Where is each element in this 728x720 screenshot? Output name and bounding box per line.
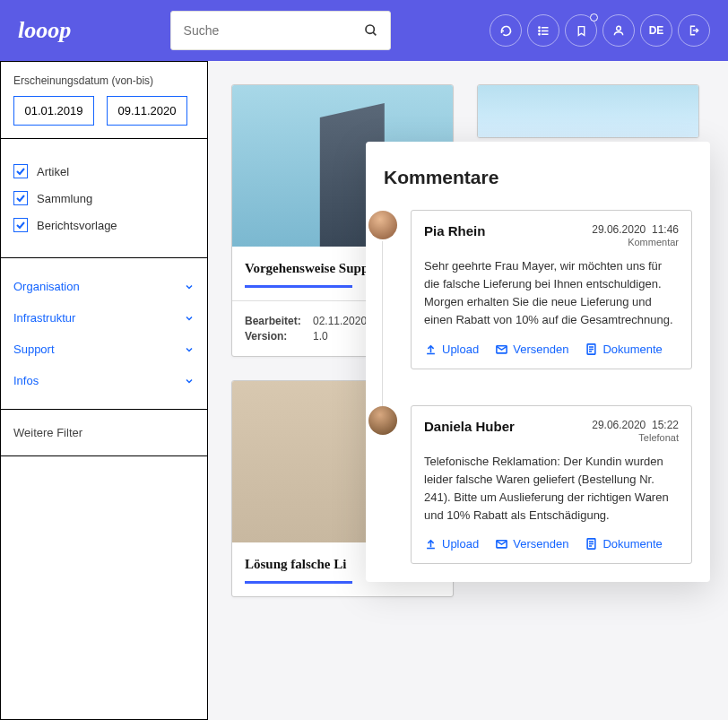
upload-button[interactable]: Upload	[424, 343, 479, 356]
logout-button[interactable]	[678, 14, 710, 47]
top-bar: looop DE	[0, 0, 728, 61]
date-section: Erscheinungsdatum (von-bis) 01.01.2019 0…	[1, 62, 207, 139]
check-label: Artikel	[37, 165, 69, 178]
check-artikel[interactable]: Artikel	[13, 164, 195, 178]
version-label: Version:	[245, 330, 306, 343]
logout-icon	[688, 24, 700, 37]
date-row: 01.01.2019 09.11.2020	[13, 96, 195, 126]
comment-timestamp: 29.06.2020 11:46 Kommentar	[592, 223, 679, 248]
check-label: Berichtsvorlage	[37, 219, 117, 232]
comment-time: 15:22	[652, 419, 679, 431]
filter-support[interactable]: Support	[13, 334, 195, 365]
send-button[interactable]: Versenden	[495, 343, 568, 356]
chevron-down-icon	[184, 282, 195, 292]
card-image	[478, 85, 698, 138]
filter-label: Infos	[13, 374, 39, 387]
svg-point-6	[538, 30, 539, 30]
sidebar: Erscheinungsdatum (von-bis) 01.01.2019 0…	[0, 61, 208, 720]
comment-actions: Upload Versenden Dokumente	[424, 343, 679, 356]
header-icons: DE	[490, 14, 710, 47]
action-label: Upload	[442, 537, 479, 551]
notification-dot	[590, 13, 598, 22]
send-button[interactable]: Versenden	[495, 537, 568, 551]
action-label: Upload	[442, 343, 479, 356]
user-button[interactable]	[602, 14, 635, 47]
comment-head: Pia Rhein 29.06.2020 11:46 Kommentar	[424, 223, 679, 248]
svg-point-5	[538, 27, 539, 28]
checkbox-icon	[13, 164, 28, 178]
chevron-down-icon	[184, 313, 195, 324]
chevron-down-icon	[184, 376, 195, 386]
type-checks: Artikel Sammlung Berichtsvorlage	[1, 139, 207, 258]
filters-section: Organisation Infrastruktur Support Infos	[1, 258, 207, 410]
search-icon	[364, 23, 378, 38]
bookmark-icon	[576, 24, 587, 38]
docs-button[interactable]: Dokumente	[585, 537, 662, 551]
edit-value: 02.11.2020	[313, 315, 367, 327]
bookmark-button[interactable]	[565, 14, 597, 47]
search-button[interactable]	[351, 11, 391, 50]
card-underline	[245, 581, 352, 584]
filter-organisation[interactable]: Organisation	[13, 271, 195, 302]
action-label: Versenden	[513, 537, 568, 551]
mail-icon	[495, 537, 508, 551]
comment-timestamp: 29.06.2020 15:22 Telefonat	[592, 419, 679, 444]
comments-panel: Kommentare Pia Rhein 29.06.2020 11:46 Ko…	[366, 142, 710, 582]
refresh-button[interactable]	[490, 14, 522, 47]
comment-author: Pia Rhein	[424, 223, 485, 248]
docs-button[interactable]: Dokumente	[585, 343, 662, 356]
comment-author: Daniela Huber	[424, 419, 515, 444]
comment-item: Daniela Huber 29.06.2020 15:22 Telefonat…	[411, 405, 692, 565]
upload-icon	[424, 343, 438, 356]
comment-time: 11:46	[652, 223, 679, 236]
document-icon	[585, 343, 598, 356]
comment-date: 29.06.2020	[592, 223, 646, 236]
card-underline	[245, 285, 352, 288]
document-icon	[585, 537, 598, 551]
avatar	[368, 211, 397, 239]
filter-label: Infrastruktur	[13, 311, 75, 325]
edit-label: Bearbeitet:	[245, 315, 306, 327]
list-icon	[537, 24, 550, 38]
date-from-input[interactable]: 01.01.2019	[13, 96, 94, 126]
action-label: Dokumente	[602, 537, 662, 551]
filter-infos[interactable]: Infos	[13, 365, 195, 396]
action-label: Dokumente	[602, 343, 662, 356]
chevron-down-icon	[184, 344, 195, 355]
filter-infrastruktur[interactable]: Infrastruktur	[13, 302, 195, 334]
mail-icon	[495, 343, 508, 356]
version-value: 1.0	[313, 330, 328, 343]
check-sammlung[interactable]: Sammlung	[13, 191, 195, 205]
comment-item: Pia Rhein 29.06.2020 11:46 Kommentar Seh…	[411, 210, 692, 369]
filter-label: Organisation	[13, 280, 80, 293]
check-label: Sammlung	[37, 192, 92, 205]
comment-actions: Upload Versenden Dokumente	[424, 537, 679, 551]
user-icon	[612, 24, 625, 37]
comments-title: Kommentare	[384, 167, 692, 188]
checkbox-icon	[13, 191, 28, 205]
refresh-icon	[499, 24, 513, 38]
more-filters[interactable]: Weitere Filter	[1, 410, 207, 456]
svg-line-1	[373, 32, 376, 35]
action-label: Versenden	[513, 343, 568, 356]
date-to-input[interactable]: 09.11.2020	[107, 96, 187, 126]
search-wrap	[85, 11, 475, 50]
svg-point-7	[538, 33, 539, 34]
search-box	[170, 11, 391, 50]
svg-point-8	[617, 26, 621, 30]
upload-button[interactable]: Upload	[424, 537, 479, 551]
svg-point-0	[366, 25, 374, 33]
logo: looop	[18, 17, 71, 44]
upload-icon	[424, 537, 438, 551]
checkbox-icon	[13, 218, 28, 232]
comment-type: Telefonat	[638, 432, 679, 443]
filter-label: Support	[13, 343, 55, 356]
article-card-partial[interactable]	[477, 84, 699, 138]
avatar	[368, 406, 397, 435]
date-label: Erscheinungsdatum (von-bis)	[13, 74, 195, 87]
comment-body: Telefonische Reklamation: Der Kundin wur…	[424, 453, 679, 525]
language-button[interactable]: DE	[640, 14, 672, 47]
list-button[interactable]	[527, 14, 559, 47]
check-berichtsvorlage[interactable]: Berichtsvorlage	[13, 218, 195, 232]
comment-body: Sehr geehrte Frau Mayer, wir möchten uns…	[424, 257, 679, 330]
